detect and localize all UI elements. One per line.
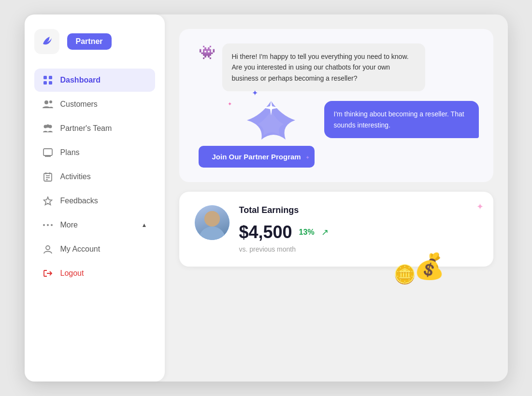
svg-point-19 <box>46 246 50 250</box>
more-chevron-icon: ▲ <box>142 222 147 228</box>
bot-bubble: Hi there! I'm happy to tell you everythi… <box>222 43 425 91</box>
sidebar-item-logout[interactable]: Logout <box>34 262 155 285</box>
money-bag-icon: 💰 <box>414 252 445 281</box>
earnings-amount-row: $4,500 13% ↗ <box>239 222 478 242</box>
earnings-percentage: 13% <box>299 228 315 237</box>
more-icon <box>42 219 54 231</box>
svg-rect-9 <box>43 149 52 156</box>
earnings-info: Total Earnings $4,500 13% ↗ vs. previous… <box>239 205 478 253</box>
app-container: Partner Dashboard <box>25 14 508 382</box>
customers-icon <box>42 99 54 110</box>
chat-section: 👾 Hi there! I'm happy to tell you everyt… <box>179 29 493 182</box>
join-btn-row: Join Our Partner Program <box>199 146 479 168</box>
sidebar-item-partners-team[interactable]: Partner's Team <box>34 117 155 140</box>
partners-team-icon <box>42 123 54 134</box>
svg-rect-2 <box>43 81 47 85</box>
sidebar-item-customers[interactable]: Customers <box>34 93 155 116</box>
bot-message-row: 👾 Hi there! I'm happy to tell you everyt… <box>199 43 479 91</box>
plans-label: Plans <box>60 148 147 157</box>
customers-label: Customers <box>60 100 147 109</box>
feedbacks-icon <box>42 195 54 207</box>
sidebar-item-my-account[interactable]: My Account <box>34 238 155 261</box>
my-account-label: My Account <box>60 245 147 254</box>
earnings-title: Total Earnings <box>239 205 478 215</box>
main-content: ✦ ✦ ✦ 👾 Hi there! I'm happy to tell you … <box>165 14 508 382</box>
plans-icon <box>42 147 54 158</box>
nav-list: Dashboard Customers <box>34 69 155 367</box>
bot-avatar-icon: 👾 <box>199 44 216 60</box>
svg-point-5 <box>49 100 52 103</box>
sidebar-item-feedbacks[interactable]: Feedbacks <box>34 189 155 212</box>
sidebar-item-dashboard[interactable]: Dashboard <box>34 69 155 92</box>
earnings-card: Total Earnings $4,500 13% ↗ vs. previous… <box>179 192 493 267</box>
app-logo <box>40 33 54 50</box>
svg-point-17 <box>47 224 49 226</box>
partners-team-label: Partner's Team <box>60 124 147 133</box>
join-partner-program-button[interactable]: Join Our Partner Program <box>199 146 315 168</box>
earnings-trend-icon: ↗ <box>321 227 329 238</box>
sidebar-item-plans[interactable]: Plans <box>34 141 155 164</box>
user-photo-inner <box>195 205 230 240</box>
logout-label: Logout <box>60 269 147 278</box>
svg-rect-3 <box>49 81 52 85</box>
svg-rect-1 <box>49 76 52 79</box>
dashboard-icon <box>42 74 54 86</box>
sidebar: Partner Dashboard <box>25 14 165 382</box>
dashboard-label: Dashboard <box>60 76 147 85</box>
card-sparkle-deco: ✦ <box>476 201 484 212</box>
svg-point-18 <box>51 224 53 226</box>
my-account-icon <box>42 243 54 255</box>
feedbacks-label: Feedbacks <box>60 197 147 205</box>
sidebar-header: Partner <box>34 29 155 54</box>
svg-point-22 <box>204 211 220 226</box>
activities-icon <box>42 171 54 183</box>
sidebar-item-more[interactable]: More ▲ <box>34 213 155 237</box>
activities-label: Activities <box>60 172 147 181</box>
earnings-amount: $4,500 <box>239 222 292 242</box>
svg-point-8 <box>46 125 49 128</box>
svg-point-20 <box>199 226 226 240</box>
svg-point-4 <box>44 100 48 104</box>
logo-box <box>34 29 59 54</box>
svg-rect-0 <box>43 76 47 79</box>
logout-icon <box>42 268 54 279</box>
svg-point-16 <box>43 224 45 226</box>
more-label: More <box>60 221 135 229</box>
sidebar-item-activities[interactable]: Activities <box>34 165 155 188</box>
coins-icon: 🪙 <box>393 264 416 285</box>
partner-badge: Partner <box>67 33 112 50</box>
user-bubble: I'm thinking about becoming a reseller. … <box>324 101 479 138</box>
user-message-row: ✦ ✦ ✦ I'm thinking about becoming a rese… <box>199 101 479 138</box>
user-avatar <box>195 205 230 240</box>
